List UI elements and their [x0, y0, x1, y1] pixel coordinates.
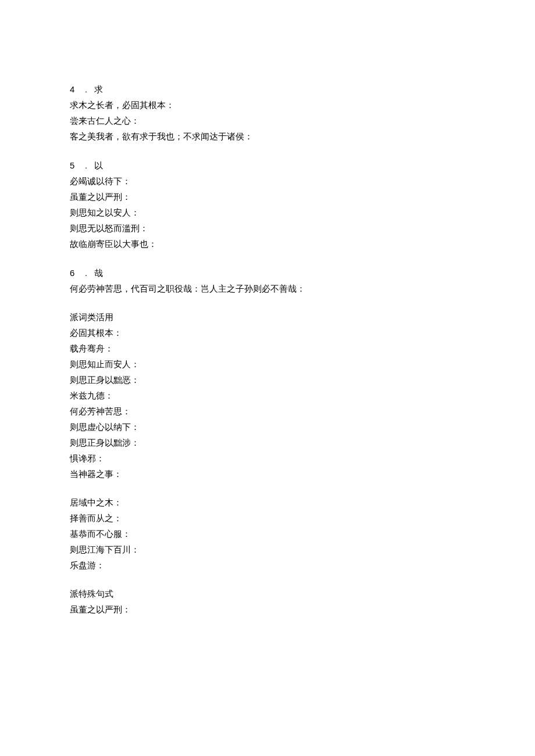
- section-title: 哉: [94, 268, 103, 278]
- section-number: 5: [70, 160, 74, 170]
- text-line: 则思正身以黜涉：: [70, 437, 465, 449]
- text-line: 求木之长者，必固其根本：: [70, 99, 465, 112]
- block-special-sentences: 派特殊句式 虽董之以严刑：: [70, 588, 465, 616]
- section-dot: .: [85, 84, 87, 94]
- text-line: 居域中之木：: [70, 497, 465, 509]
- text-line: 则思正身以黜恶：: [70, 374, 465, 386]
- text-line: 何必劳神苦思，代百司之职役哉：岂人主之子孙则必不善哉：: [70, 283, 465, 295]
- text-line: 客之美我者，欲有求于我也；不求闻达于诸侯：: [70, 131, 465, 143]
- text-line: 则思江海下百川：: [70, 544, 465, 556]
- block-word-usage: 派词类活用 必固其根本： 载舟骞舟： 则思知止而安人： 则思正身以黜恶： 米兹九…: [70, 311, 465, 481]
- section-dot: .: [85, 160, 87, 170]
- text-line: 必竭诚以待下：: [70, 175, 465, 188]
- section-number: 6: [70, 268, 74, 278]
- text-line: 则思虚心以纳下：: [70, 421, 465, 433]
- text-line: 择善而从之：: [70, 513, 465, 525]
- section-dot: .: [85, 268, 87, 278]
- text-line: 则思知止而安人：: [70, 359, 465, 371]
- text-line: 惧谗邪：: [70, 453, 465, 465]
- text-line: 尝来古仁人之心：: [70, 115, 465, 127]
- section-title: 以: [94, 161, 103, 170]
- text-line: 乐盘游：: [70, 560, 465, 572]
- text-line: 何必芳神苦思：: [70, 406, 465, 418]
- text-line: 载舟骞舟：: [70, 343, 465, 355]
- text-line: 必固其根本：: [70, 327, 465, 339]
- section-6-head: 6 . 哉: [70, 267, 465, 280]
- section-4-head: 4 . 求: [70, 83, 465, 96]
- text-line: 基恭而不心服：: [70, 528, 465, 540]
- text-line: 虽董之以严刑：: [70, 191, 465, 203]
- text-line: 当神器之事：: [70, 468, 465, 481]
- section-5-head: 5 . 以: [70, 159, 465, 172]
- text-line: 则思知之以安人：: [70, 207, 465, 219]
- block-examples: 居域中之木： 择善而从之： 基恭而不心服： 则思江海下百川： 乐盘游：: [70, 497, 465, 572]
- text-line: 派特殊句式: [70, 588, 465, 600]
- document-page: 4 . 求 求木之长者，必固其根本： 尝来古仁人之心： 客之美我者，欲有求于我也…: [0, 0, 535, 654]
- section-title: 求: [94, 85, 103, 94]
- text-line: 则思无以怒而滥刑：: [70, 223, 465, 235]
- section-number: 4: [70, 84, 74, 94]
- text-line: 虽董之以严刑：: [70, 604, 465, 616]
- text-line: 米兹九德：: [70, 390, 465, 402]
- text-line: 派词类活用: [70, 311, 465, 324]
- text-line: 故临崩寄臣以大事也：: [70, 238, 465, 250]
